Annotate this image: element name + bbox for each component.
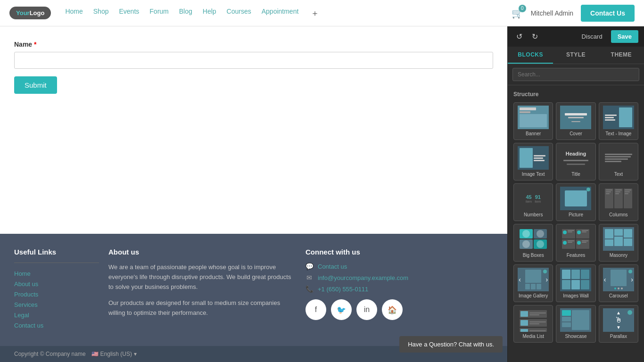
nav-forum[interactable]: Forum xyxy=(149,8,168,19)
block-big-boxes[interactable]: Big Boxes xyxy=(513,224,553,262)
list-item: Contact us xyxy=(14,321,99,329)
block-picture-preview xyxy=(560,187,591,210)
nav-events[interactable]: Events xyxy=(119,8,139,19)
chat-widget-text: Have a Question? Chat with us. xyxy=(408,341,494,348)
connect-phone-link[interactable]: +1 (650) 555-0111 xyxy=(318,286,368,293)
nav-shop[interactable]: Shop xyxy=(93,8,109,19)
home-button[interactable]: 🏠 xyxy=(382,299,403,320)
footer-links-list: Home About us Products Services Legal Co… xyxy=(14,270,99,329)
tab-theme[interactable]: THEME xyxy=(599,47,644,64)
block-features-label: Features xyxy=(567,253,585,258)
block-text-image-preview xyxy=(603,106,634,129)
undo-button[interactable]: ↺ xyxy=(513,30,525,43)
block-cover-preview xyxy=(560,106,591,129)
save-button[interactable]: Save xyxy=(611,30,638,43)
nav-add-icon[interactable]: ＋ xyxy=(311,8,319,19)
block-carousel[interactable]: ‹ › Carousel xyxy=(599,264,638,302)
connect-chat: 💬 Contact us xyxy=(305,263,493,270)
flag-icon: 🇺🇸 xyxy=(91,351,99,357)
discard-button[interactable]: Discard xyxy=(577,30,607,43)
footer-link-services[interactable]: Services xyxy=(14,301,38,308)
nav-cart[interactable]: 🛒 0 xyxy=(512,8,523,19)
tab-style[interactable]: STYLE xyxy=(553,47,598,64)
block-parallax[interactable]: ▲ 🖱 ▼ Parallax xyxy=(599,305,638,343)
block-text-image[interactable]: Text - Image xyxy=(599,102,638,140)
block-image-gallery[interactable]: ‹ › Image Gallery xyxy=(513,264,553,302)
block-masonry-label: Masonry xyxy=(610,253,627,258)
block-banner-label: Banner xyxy=(526,131,541,137)
page-content: Name * Submit Useful Links Home About us… xyxy=(0,26,507,362)
social-buttons: f 🐦 in 🏠 xyxy=(305,299,493,320)
nav-blog[interactable]: Blog xyxy=(179,8,192,19)
block-showcase-preview xyxy=(560,308,591,332)
block-title[interactable]: Heading Title xyxy=(556,143,595,181)
chevron-down-icon: ▾ xyxy=(134,351,137,357)
submit-button[interactable]: Submit xyxy=(14,76,57,94)
connect-email-link[interactable]: info@yourcompany.example.com xyxy=(318,274,408,281)
main-area: Name * Submit Useful Links Home About us… xyxy=(0,26,644,362)
list-item: Home xyxy=(14,270,99,277)
block-columns-preview xyxy=(603,187,634,210)
email-icon: ✉ xyxy=(305,274,313,281)
block-title-label: Title xyxy=(571,172,580,177)
contact-us-button[interactable]: Contact Us xyxy=(581,5,635,22)
connect-email: ✉ info@yourcompany.example.com xyxy=(305,274,493,281)
panel-tabs: BLOCKS STYLE THEME xyxy=(508,47,644,64)
name-input[interactable] xyxy=(14,52,493,69)
twitter-button[interactable]: 🐦 xyxy=(331,299,352,320)
footer-link-products[interactable]: Products xyxy=(14,291,38,298)
nav-appointment[interactable]: Appointment xyxy=(262,8,299,19)
search-input[interactable] xyxy=(512,68,639,81)
tab-blocks[interactable]: BLOCKS xyxy=(508,47,553,64)
footer-link-home[interactable]: Home xyxy=(14,270,31,277)
block-image-gallery-preview: ‹ › xyxy=(518,268,549,291)
block-picture-label: Picture xyxy=(569,212,583,218)
language-selector[interactable]: 🇺🇸 English (US) ▾ xyxy=(91,351,137,357)
block-picture[interactable]: Picture xyxy=(556,183,595,221)
block-features-preview xyxy=(560,227,591,251)
block-image-text[interactable]: Image Text xyxy=(513,143,553,181)
about-text-2: Our products are designed for small to m… xyxy=(108,298,296,318)
admin-menu[interactable]: Mitchell Admin xyxy=(531,9,573,17)
list-item: Services xyxy=(14,301,99,308)
nav-courses[interactable]: Courses xyxy=(227,8,251,19)
block-text[interactable]: Text xyxy=(599,143,638,181)
facebook-button[interactable]: f xyxy=(305,299,326,320)
nav-help[interactable]: Help xyxy=(203,8,216,19)
redo-button[interactable]: ↻ xyxy=(529,30,541,43)
block-media-list-label: Media List xyxy=(522,334,544,339)
footer: Useful Links Home About us Products Serv… xyxy=(0,234,507,346)
copyright-text: Copyright © Company name xyxy=(14,351,86,357)
list-item: Legal xyxy=(14,311,99,319)
cart-badge: 0 xyxy=(519,5,526,12)
block-cover[interactable]: Cover xyxy=(556,102,595,140)
block-banner-preview xyxy=(518,106,549,129)
block-banner[interactable]: Banner xyxy=(513,102,553,140)
form-section: Name * Submit xyxy=(0,26,507,103)
required-marker: * xyxy=(32,41,36,48)
footer-link-about[interactable]: About us xyxy=(14,280,38,288)
footer-connect: Connect with us 💬 Contact us ✉ info@your… xyxy=(305,248,493,332)
footer-link-contact[interactable]: Contact us xyxy=(14,322,43,329)
linkedin-button[interactable]: in xyxy=(356,299,377,320)
nav-links: Home Shop Events Forum Blog Help Courses… xyxy=(65,8,504,19)
block-columns[interactable]: Columns xyxy=(599,183,638,221)
block-media-list[interactable]: Media List xyxy=(513,305,553,343)
about-title: About us xyxy=(108,248,296,256)
block-masonry[interactable]: Masonry xyxy=(599,224,638,262)
footer-link-legal[interactable]: Legal xyxy=(14,312,29,319)
chat-widget[interactable]: Have a Question? Chat with us. xyxy=(399,336,503,353)
panel-body: Structure Banner xyxy=(508,85,644,362)
block-parallax-label: Parallax xyxy=(610,334,627,339)
connect-contact-link[interactable]: Contact us xyxy=(318,263,347,270)
block-showcase[interactable]: Showcase xyxy=(556,305,595,343)
block-features[interactable]: Features xyxy=(556,224,595,262)
nav-home[interactable]: Home xyxy=(65,8,83,19)
block-images-wall[interactable]: Images Wall xyxy=(556,264,595,302)
footer-about: About us We are a team of passionate peo… xyxy=(108,248,296,332)
logo[interactable]: YourLogo xyxy=(9,7,51,19)
block-numbers[interactable]: 45 item 91 item Numbers xyxy=(513,183,553,221)
list-item: About us xyxy=(14,280,99,288)
structure-label: Structure xyxy=(513,91,638,98)
connect-phone: 📞 +1 (650) 555-0111 xyxy=(305,285,493,293)
